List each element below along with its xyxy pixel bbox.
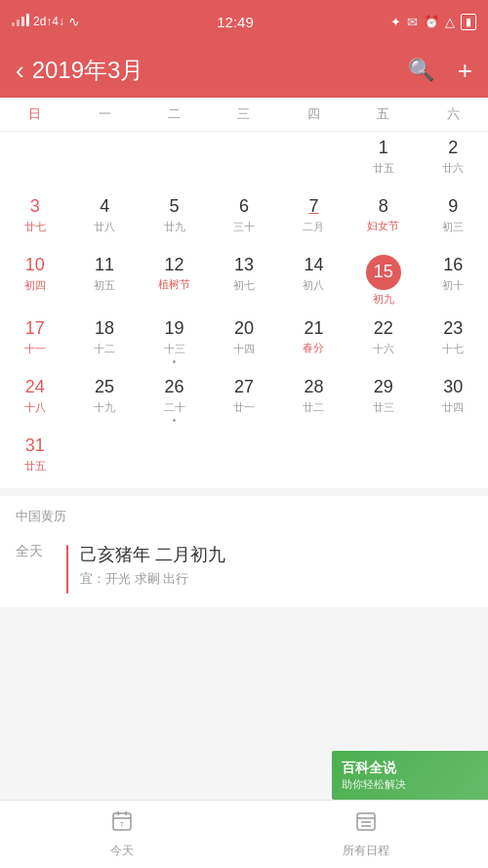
back-button[interactable]: ‹ xyxy=(16,56,24,86)
day-number: 29 xyxy=(374,377,393,398)
day-festival: 植树节 xyxy=(158,277,190,292)
day-23[interactable]: 23 十七 xyxy=(419,312,488,371)
event-row: 全天 己亥猪年 二月初九 宜：开光 求嗣 出行 xyxy=(16,535,472,601)
lunar-title: 中国黄历 xyxy=(16,508,472,525)
nav-today[interactable]: T 今天 xyxy=(0,801,244,868)
day-cell-empty xyxy=(140,430,209,488)
day-number: 17 xyxy=(25,318,45,340)
day-number: 25 xyxy=(95,377,114,398)
day-10[interactable]: 10 初四 xyxy=(0,249,69,312)
day-lunar: 初五 xyxy=(94,278,115,293)
day-14[interactable]: 14 初八 xyxy=(279,249,348,312)
day-28[interactable]: 28 廿二 xyxy=(279,371,348,430)
day-number: 11 xyxy=(95,255,114,276)
event-divider xyxy=(66,545,68,594)
day-lunar: 十四 xyxy=(233,342,255,356)
day-lunar: 初九 xyxy=(373,292,394,307)
day-number: 1 xyxy=(379,138,388,159)
ad-banner[interactable]: 百科全说 助你轻松解决 xyxy=(332,751,488,800)
day-6[interactable]: 6 三十 xyxy=(209,190,278,249)
day-number: 24 xyxy=(25,377,45,398)
day-lunar: 初四 xyxy=(24,278,46,293)
day-26[interactable]: 26 二十 xyxy=(140,371,209,430)
ad-title: 百科全说 xyxy=(342,760,478,777)
day-number: 14 xyxy=(304,255,323,276)
all-events-label: 所有日程 xyxy=(343,843,389,859)
day-15[interactable]: 15 初九 xyxy=(348,249,418,312)
day-number: 9 xyxy=(448,196,458,218)
day-number: 21 xyxy=(304,318,323,340)
day-number: 8 xyxy=(379,196,388,218)
day-29[interactable]: 29 廿三 xyxy=(348,371,418,430)
network-type: 2d↑4↓ xyxy=(33,15,64,28)
day-7[interactable]: 7 二月 xyxy=(279,190,348,249)
day-5[interactable]: 5 廿九 xyxy=(140,190,209,249)
day-number: 18 xyxy=(95,318,114,340)
day-lunar: 初八 xyxy=(303,278,324,293)
day-25[interactable]: 25 十九 xyxy=(69,371,139,430)
day-21[interactable]: 21 春分 xyxy=(279,312,348,371)
signal-icon xyxy=(12,14,29,29)
day-27[interactable]: 27 廿一 xyxy=(209,371,278,430)
ad-subtitle: 助你轻松解决 xyxy=(342,777,478,792)
day-number: 6 xyxy=(239,196,249,218)
nav-all-events[interactable]: 所有日程 xyxy=(244,801,488,868)
day-12[interactable]: 12 植树节 xyxy=(140,249,209,312)
day-cell-empty xyxy=(209,430,278,488)
day-lunar: 十八 xyxy=(24,400,46,415)
day-22[interactable]: 22 十六 xyxy=(348,312,418,371)
day-31[interactable]: 31 廿五 xyxy=(0,430,69,488)
day-1[interactable]: 1 廿五 xyxy=(348,132,418,190)
day-lunar: 廿八 xyxy=(94,220,115,234)
day-number: 13 xyxy=(234,255,254,276)
day-2[interactable]: 2 廿六 xyxy=(419,132,488,190)
today-label: 今天 xyxy=(110,843,134,859)
day-number: 28 xyxy=(304,377,323,398)
day-cell-empty xyxy=(279,132,348,190)
day-19[interactable]: 19 十三 xyxy=(140,312,209,371)
day-lunar: 十七 xyxy=(442,342,464,356)
day-festival: 妇女节 xyxy=(367,219,399,233)
day-number: 20 xyxy=(234,318,254,340)
day-lunar: 廿九 xyxy=(164,220,185,234)
day-24[interactable]: 24 十八 xyxy=(0,371,69,430)
day-number: 16 xyxy=(443,255,463,276)
day-17[interactable]: 17 十一 xyxy=(0,312,69,371)
calendar-grid: 1 廿五 2 廿六 3 廿七 4 廿八 5 廿九 6 三十 7 二月 8 妇女节… xyxy=(0,132,488,488)
svg-text:T: T xyxy=(120,821,125,828)
day-9[interactable]: 9 初三 xyxy=(419,190,488,249)
weekday-fri: 五 xyxy=(348,98,418,131)
day-lunar: 廿三 xyxy=(373,400,394,415)
section-divider xyxy=(0,488,488,496)
day-number: 15 xyxy=(366,255,401,290)
status-time: 12:49 xyxy=(217,14,254,30)
day-18[interactable]: 18 十二 xyxy=(69,312,139,371)
all-events-icon xyxy=(354,809,378,839)
weekday-mon: 一 xyxy=(69,98,139,131)
bottom-nav: T 今天 所有日程 xyxy=(0,800,488,868)
day-lunar: 二月 xyxy=(303,220,324,234)
status-left: 2d↑4↓ ∿ xyxy=(12,14,80,29)
day-20[interactable]: 20 十四 xyxy=(209,312,278,371)
day-16[interactable]: 16 初十 xyxy=(419,249,488,312)
day-3[interactable]: 3 廿七 xyxy=(0,190,69,249)
search-button[interactable]: 🔍 xyxy=(408,58,434,83)
day-cell-empty xyxy=(69,132,139,190)
day-lunar: 十六 xyxy=(373,342,394,356)
day-11[interactable]: 11 初五 xyxy=(69,249,139,312)
status-bar: 2d↑4↓ ∿ 12:49 ✦ ✉ ⏰ △ ▮ xyxy=(0,0,488,43)
day-lunar: 廿二 xyxy=(303,400,324,415)
day-4[interactable]: 4 廿八 xyxy=(69,190,139,249)
day-number: 4 xyxy=(100,196,109,218)
day-lunar: 初十 xyxy=(442,278,464,293)
add-button[interactable]: + xyxy=(458,56,472,86)
day-13[interactable]: 13 初七 xyxy=(209,249,278,312)
alarm-icon: ⏰ xyxy=(424,15,439,29)
day-8[interactable]: 8 妇女节 xyxy=(348,190,418,249)
bluetooth-icon: ✦ xyxy=(390,15,401,29)
event-subtitle: 宜：开光 求嗣 出行 xyxy=(80,570,472,588)
day-30[interactable]: 30 廿四 xyxy=(419,371,488,430)
weekday-wed: 三 xyxy=(209,98,278,131)
day-number: 26 xyxy=(165,377,184,398)
weekday-thu: 四 xyxy=(279,98,348,131)
